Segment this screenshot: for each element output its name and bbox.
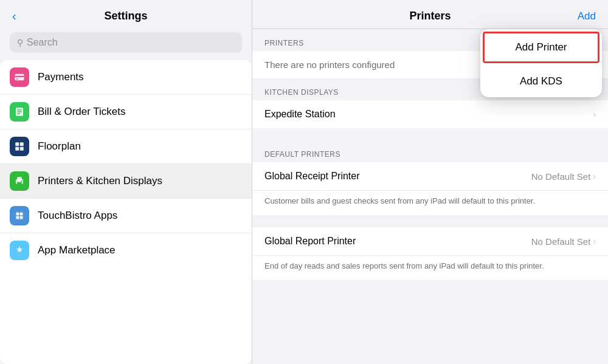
search-placeholder: Search: [27, 37, 58, 48]
sidebar-title: Settings: [104, 10, 147, 22]
sidebar-header: ‹ Settings: [0, 0, 252, 27]
kitchen-card: Expedite Station ›: [252, 100, 608, 128]
global-report-desc: End of day reads and sales reports sent …: [252, 256, 608, 280]
no-printers-text: There are no printers configured: [264, 60, 395, 70]
global-receipt-card: Global Receipt Printer No Default Set › …: [252, 162, 608, 215]
svg-point-14: [21, 180, 22, 182]
payments-icon: [10, 67, 29, 87]
payments-label: Payments: [38, 71, 84, 83]
add-printer-option[interactable]: Add Printer: [483, 32, 599, 63]
expedite-chevron-icon: ›: [593, 109, 596, 119]
sidebar-item-bill-order[interactable]: Bill & Order Tickets: [0, 95, 252, 129]
main-header: Printers Add: [252, 0, 608, 29]
floorplan-icon: [10, 137, 29, 156]
svg-rect-17: [20, 213, 23, 216]
global-receipt-row[interactable]: Global Receipt Printer No Default Set ›: [252, 162, 608, 191]
main-title: Printers: [409, 10, 451, 22]
expedite-station-row[interactable]: Expedite Station ›: [252, 100, 608, 128]
global-report-chevron-icon: ›: [593, 236, 596, 246]
global-report-value: No Default Set ›: [531, 236, 596, 247]
sidebar-item-floorplan[interactable]: Floorplan: [0, 129, 252, 164]
floorplan-label: Floorplan: [38, 140, 81, 153]
svg-rect-9: [15, 147, 19, 151]
svg-rect-10: [20, 147, 24, 151]
search-icon: ⚲: [17, 38, 23, 47]
global-receipt-desc: Customer bills and guest checks sent fro…: [252, 191, 608, 215]
sidebar-item-payments[interactable]: Payments: [0, 60, 252, 95]
sidebar-list: Payments Bill & Order Tickets Floorplan …: [0, 60, 252, 364]
printers-label: Printers & Kitchen Displays: [38, 175, 162, 187]
svg-rect-7: [15, 142, 19, 146]
default-printers-label: DEFAULT PRINTERS: [252, 140, 608, 162]
global-report-row[interactable]: Global Report Printer No Default Set ›: [252, 227, 608, 256]
bill-order-label: Bill & Order Tickets: [38, 106, 126, 118]
section-divider-2: [252, 215, 608, 227]
global-receipt-label: Global Receipt Printer: [264, 171, 360, 182]
marketplace-icon: [10, 241, 29, 260]
expedite-station-label: Expedite Station: [264, 109, 336, 120]
add-kds-option[interactable]: Add KDS: [480, 66, 602, 97]
global-receipt-chevron-icon: ›: [593, 171, 596, 181]
add-popover: Add Printer Add KDS: [480, 29, 602, 97]
touchbistro-label: TouchBistro Apps: [38, 210, 117, 222]
add-button[interactable]: Add: [578, 10, 596, 22]
sidebar-item-printers[interactable]: Printers & Kitchen Displays: [0, 164, 252, 199]
sidebar-item-marketplace[interactable]: App Marketplace: [0, 233, 252, 267]
svg-rect-1: [15, 76, 24, 77]
global-report-label: Global Report Printer: [264, 236, 356, 247]
search-bar[interactable]: ⚲ Search: [10, 32, 242, 53]
svg-rect-13: [17, 182, 22, 185]
svg-rect-19: [20, 216, 23, 219]
touchbistro-icon: [10, 206, 29, 225]
sidebar-item-touchbistro[interactable]: TouchBistro Apps: [0, 199, 252, 233]
svg-rect-2: [16, 78, 18, 80]
bill-order-icon: [10, 102, 29, 122]
svg-rect-12: [17, 177, 22, 180]
svg-rect-18: [16, 216, 19, 219]
global-receipt-value: No Default Set ›: [531, 171, 596, 182]
global-report-card: Global Report Printer No Default Set › E…: [252, 227, 608, 280]
main-panel: Printers Add PRINTERS There are no print…: [252, 0, 608, 364]
back-button[interactable]: ‹: [12, 9, 16, 23]
sidebar: ‹ Settings ⚲ Search Payments Bill & Orde…: [0, 0, 252, 364]
marketplace-label: App Marketplace: [38, 244, 116, 256]
svg-rect-8: [20, 142, 24, 146]
svg-rect-16: [16, 213, 19, 216]
printers-icon: [10, 171, 29, 191]
section-divider-1: [252, 128, 608, 140]
